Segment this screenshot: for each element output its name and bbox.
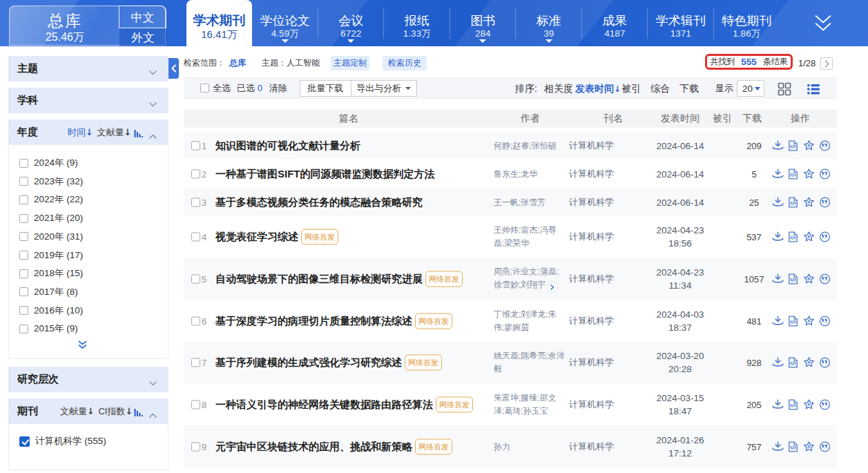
- html-read-icon[interactable]: [787, 231, 799, 243]
- more-databases-chevron-icon[interactable]: [815, 15, 831, 32]
- download-icon[interactable]: [771, 196, 783, 208]
- chevron-down-icon[interactable]: [149, 376, 157, 389]
- scope-value[interactable]: 总库: [229, 57, 246, 69]
- download-icon[interactable]: [771, 273, 783, 285]
- quote-icon[interactable]: [819, 168, 831, 180]
- download-icon[interactable]: [771, 357, 783, 369]
- top-tab-9[interactable]: 特色期刊1.86万: [714, 0, 780, 46]
- sidebar-group-year[interactable]: 年度时间↓文献量↓: [8, 119, 168, 145]
- filter-item[interactable]: 2024年 (9): [19, 154, 78, 172]
- list-view-icon[interactable]: [806, 81, 821, 99]
- top-tab-1[interactable]: 学术期刊16.41万: [186, 0, 252, 46]
- quote-icon[interactable]: [819, 139, 831, 151]
- filter-item-label[interactable]: 2022年 (22): [34, 193, 83, 206]
- sort-year-1[interactable]: 文献量↓: [97, 126, 131, 139]
- top-tab-5[interactable]: 图书284: [450, 0, 517, 46]
- paper-title-link[interactable]: 自动驾驶场景下的图像三维目标检测研究进展: [215, 273, 423, 286]
- sort-option-3[interactable]: 被引: [621, 78, 641, 100]
- html-read-icon[interactable]: [787, 139, 799, 151]
- filter-item-label[interactable]: 计算机科学 (555): [35, 435, 106, 447]
- filter-item[interactable]: 2017年 (8): [19, 283, 78, 301]
- bar-chart-icon[interactable]: [134, 407, 143, 419]
- filter-item[interactable]: 2016年 (10): [19, 302, 83, 320]
- favorite-star-icon[interactable]: [803, 357, 815, 369]
- quote-icon[interactable]: [819, 357, 831, 369]
- more-authors-icon[interactable]: [547, 282, 558, 293]
- paper-title-link[interactable]: 视觉表征学习综述: [215, 231, 298, 244]
- quote-icon[interactable]: [819, 399, 831, 411]
- paper-title-link[interactable]: 基于多模态视频分类任务的模态融合策略研究: [215, 195, 423, 209]
- filter-item[interactable]: 2020年 (31): [19, 228, 83, 246]
- download-icon[interactable]: [771, 399, 783, 411]
- paper-title-link[interactable]: 知识图谱的可视化文献计量分析: [215, 139, 360, 152]
- filter-item-label[interactable]: 2016年 (10): [34, 305, 83, 317]
- favorite-star-icon[interactable]: [803, 168, 815, 180]
- checkbox[interactable]: [19, 177, 28, 186]
- total-database-box[interactable]: 总库 25.46万 中文 外文: [9, 6, 166, 46]
- row-checkbox[interactable]: [191, 316, 200, 325]
- checkbox-checked[interactable]: [19, 436, 30, 447]
- quote-icon[interactable]: [819, 441, 831, 452]
- download-icon[interactable]: [771, 168, 783, 180]
- favorite-star-icon[interactable]: [803, 273, 815, 285]
- filter-item-label[interactable]: 2018年 (15): [34, 267, 83, 280]
- filter-item-label[interactable]: 2017年 (8): [34, 286, 78, 298]
- row-checkbox[interactable]: [191, 233, 200, 242]
- total-database-label[interactable]: 总库: [10, 10, 120, 32]
- quote-icon[interactable]: [819, 231, 831, 243]
- show-more-years-icon[interactable]: [77, 340, 88, 352]
- checkbox[interactable]: [19, 306, 28, 315]
- download-icon[interactable]: [771, 441, 783, 452]
- filter-item-label[interactable]: 2019年 (17): [34, 249, 83, 262]
- checkbox[interactable]: [19, 325, 28, 334]
- sidebar-group-theme[interactable]: 主题: [8, 56, 168, 81]
- authors[interactable]: 王一帆;张雪芳: [494, 195, 565, 209]
- paper-title-link[interactable]: 基于深度学习的病理切片质量控制算法综述: [215, 314, 412, 327]
- filter-item[interactable]: 2018年 (15): [19, 264, 83, 282]
- top-tab-8[interactable]: 学术辑刊1371: [648, 0, 714, 46]
- checkbox[interactable]: [19, 287, 28, 296]
- row-checkbox[interactable]: [191, 275, 200, 284]
- authors[interactable]: 王帅炜;雷杰;冯尊磊;梁荣华: [494, 224, 565, 250]
- quote-icon[interactable]: [819, 273, 831, 285]
- sidebar-group-research-level[interactable]: 研究层次: [8, 367, 168, 392]
- sort-journal-0[interactable]: 文献量↓: [60, 405, 94, 418]
- grid-view-icon[interactable]: [777, 81, 792, 99]
- chevron-down-icon[interactable]: [149, 66, 157, 78]
- authors[interactable]: 孙力: [494, 440, 565, 453]
- chevron-up-icon[interactable]: [149, 129, 157, 142]
- top-tab-3[interactable]: 会议6722: [318, 0, 385, 46]
- html-read-icon[interactable]: [787, 441, 799, 452]
- html-read-icon[interactable]: [787, 196, 799, 208]
- filter-item[interactable]: 2015年 (9): [19, 320, 78, 338]
- sort-year-0[interactable]: 时间↓: [68, 126, 93, 139]
- topic-customize-button[interactable]: 主题定制: [331, 56, 369, 70]
- favorite-star-icon[interactable]: [803, 441, 815, 452]
- sidebar-collapse-button[interactable]: [168, 58, 179, 79]
- chevron-up-icon[interactable]: [149, 408, 157, 421]
- filter-item-label[interactable]: 2020年 (31): [34, 231, 83, 243]
- filter-item-label[interactable]: 2023年 (32): [34, 175, 83, 188]
- filter-item[interactable]: 2019年 (17): [19, 247, 83, 264]
- favorite-star-icon[interactable]: [803, 196, 815, 208]
- favorite-star-icon[interactable]: [803, 139, 815, 151]
- sidebar-group-journal[interactable]: 期刊文献量↓CI指数↓: [8, 398, 168, 424]
- download-icon[interactable]: [771, 139, 783, 151]
- html-read-icon[interactable]: [787, 357, 799, 369]
- authors[interactable]: 姚天磊;陈希亮;余沛毅: [494, 349, 565, 376]
- paper-title-link[interactable]: 一种语义引导的神经网络关键数据路由路径算法: [215, 398, 433, 412]
- search-history-button[interactable]: 检索历史: [383, 56, 427, 70]
- html-read-icon[interactable]: [787, 315, 799, 327]
- html-read-icon[interactable]: [787, 399, 799, 411]
- sidebar-group-subject[interactable]: 学科: [8, 88, 168, 113]
- lang-tab-foreign[interactable]: 外文: [119, 28, 166, 46]
- filter-item[interactable]: 计算机科学 (555): [19, 432, 106, 450]
- favorite-star-icon[interactable]: [803, 399, 815, 411]
- checkbox[interactable]: [19, 232, 28, 241]
- chevron-down-icon[interactable]: [149, 97, 157, 110]
- authors[interactable]: 丁维龙;刘津龙;朱伟;廖婉茵: [494, 308, 565, 334]
- sort-journal-1[interactable]: CI指数↓: [98, 405, 132, 418]
- download-icon[interactable]: [771, 231, 783, 243]
- authors[interactable]: 何静;赵睿;张恒硕: [494, 139, 565, 152]
- bar-chart-icon[interactable]: [134, 128, 143, 140]
